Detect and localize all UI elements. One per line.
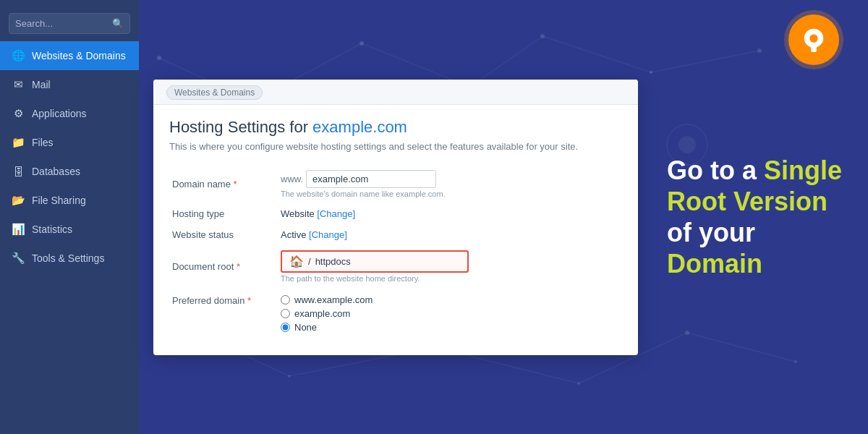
websites-icon: 🌐	[12, 49, 25, 62]
sidebar-item-tools-label: Tools & Settings	[32, 252, 104, 264]
breadcrumb-label: Websites & Domains	[166, 85, 263, 100]
preferred-domain-row: Preferred domain * www.example.com examp…	[169, 288, 622, 339]
filesharing-icon: 📂	[12, 194, 25, 207]
preferred-domain-option-apex: example.com	[281, 307, 619, 320]
form-table: Domain name * www. The website's domain …	[169, 165, 622, 339]
sidebar-item-mail[interactable]: ✉ Mail	[0, 70, 139, 99]
radio-apex-label: example.com	[294, 308, 350, 319]
sidebar-item-files-label: Files	[32, 137, 54, 148]
website-status-row: Website status Active [Change]	[169, 224, 622, 245]
required-star: *	[234, 179, 237, 190]
hosting-type-value: Website	[281, 208, 315, 219]
sidebar-item-filesharing[interactable]: 📂 File Sharing	[0, 186, 139, 215]
document-root-input[interactable]	[315, 256, 438, 267]
files-icon: 📁	[12, 136, 25, 149]
hosting-panel: Websites & Domains Hosting Settings for …	[153, 80, 638, 355]
logo	[788, 14, 839, 65]
hosting-type-row: Hosting type Website [Change]	[169, 203, 622, 224]
document-root-label: Document root	[172, 261, 234, 272]
domain-name-input[interactable]	[306, 170, 436, 188]
radio-none-label: None	[294, 322, 317, 333]
panel-title: Hosting Settings for example.com	[169, 118, 622, 137]
right-line3: Root Version	[667, 187, 827, 216]
www-prefix: www.	[281, 174, 303, 184]
mail-icon: ✉	[12, 78, 25, 91]
right-line4: of your	[667, 218, 755, 247]
sidebar-item-tools[interactable]: 🔧 Tools & Settings	[0, 244, 139, 273]
right-panel-text: Go to a Single Root Version of your Doma…	[667, 155, 855, 280]
sidebar-item-files[interactable]: 📁 Files	[0, 128, 139, 157]
content-area: Websites & Domains Hosting Settings for …	[139, 0, 868, 434]
sidebar-item-databases-label: Databases	[32, 166, 80, 177]
sidebar-nav: 🌐 Websites & Domains ✉ Mail ⚙ Applicatio…	[0, 41, 139, 273]
pref-required: *	[247, 295, 251, 306]
panel-body: Hosting Settings for example.com This is…	[153, 105, 638, 355]
sidebar-item-applications[interactable]: ⚙ Applications	[0, 99, 139, 128]
document-root-hint: The path to the website home directory.	[281, 274, 619, 283]
website-status-label: Website status	[172, 229, 234, 240]
databases-icon: 🗄	[12, 165, 25, 178]
hosting-type-label: Hosting type	[172, 208, 224, 219]
right-line2: Single	[764, 156, 842, 185]
domain-name-input-wrap: www.	[281, 170, 619, 188]
preferred-domain-option-www: www.example.com	[281, 293, 619, 307]
domain-name-row: Domain name * www. The website's domain …	[169, 165, 622, 203]
radio-www[interactable]	[281, 295, 290, 305]
tools-icon: 🔧	[12, 252, 25, 265]
slash: /	[308, 256, 311, 267]
radio-none[interactable]	[281, 323, 290, 332]
statistics-icon: 📊	[12, 223, 25, 236]
sidebar: 🔍 🌐 Websites & Domains ✉ Mail ⚙ Applicat…	[0, 0, 139, 434]
sidebar-item-websites-label: Websites & Domains	[32, 50, 126, 61]
sidebar-item-databases[interactable]: 🗄 Databases	[0, 157, 139, 186]
doc-root-required: *	[237, 261, 240, 272]
website-status-change[interactable]: [Change]	[309, 229, 347, 240]
sidebar-item-websites[interactable]: 🌐 Websites & Domains	[0, 41, 139, 70]
applications-icon: ⚙	[12, 107, 25, 120]
right-line5: Domain	[667, 249, 762, 278]
preferred-domain-option-none: None	[281, 320, 619, 334]
domain-link[interactable]: example.com	[312, 118, 407, 136]
breadcrumb: Websites & Domains	[153, 80, 638, 105]
home-icon: 🏠	[289, 255, 304, 268]
sidebar-item-mail-label: Mail	[32, 79, 51, 90]
domain-name-hint: The website's domain name like example.c…	[281, 190, 619, 198]
domain-name-label: Domain name	[172, 179, 231, 190]
panel-subtitle: This is where you configure website host…	[169, 141, 622, 152]
right-panel: Go to a Single Root Version of your Doma…	[638, 155, 868, 280]
search-icon: 🔍	[112, 18, 124, 29]
search-input[interactable]	[15, 18, 109, 29]
svg-point-27	[809, 34, 817, 42]
search-box[interactable]: 🔍	[9, 13, 130, 34]
radio-apex[interactable]	[281, 309, 290, 318]
document-root-highlighted: 🏠 /	[281, 250, 469, 273]
sidebar-item-applications-label: Applications	[32, 108, 87, 119]
preferred-domain-label: Preferred domain	[172, 295, 244, 306]
document-root-row: Document root * 🏠 / The path to the webs…	[169, 245, 622, 288]
hosting-type-change[interactable]: [Change]	[317, 208, 355, 219]
sidebar-item-statistics-label: Statistics	[32, 224, 72, 235]
sidebar-item-filesharing-label: File Sharing	[32, 195, 86, 206]
sidebar-item-statistics[interactable]: 📊 Statistics	[0, 215, 139, 244]
right-line1: Go to a	[667, 156, 757, 185]
website-status-value: Active	[281, 229, 306, 240]
radio-www-label: www.example.com	[294, 294, 373, 305]
